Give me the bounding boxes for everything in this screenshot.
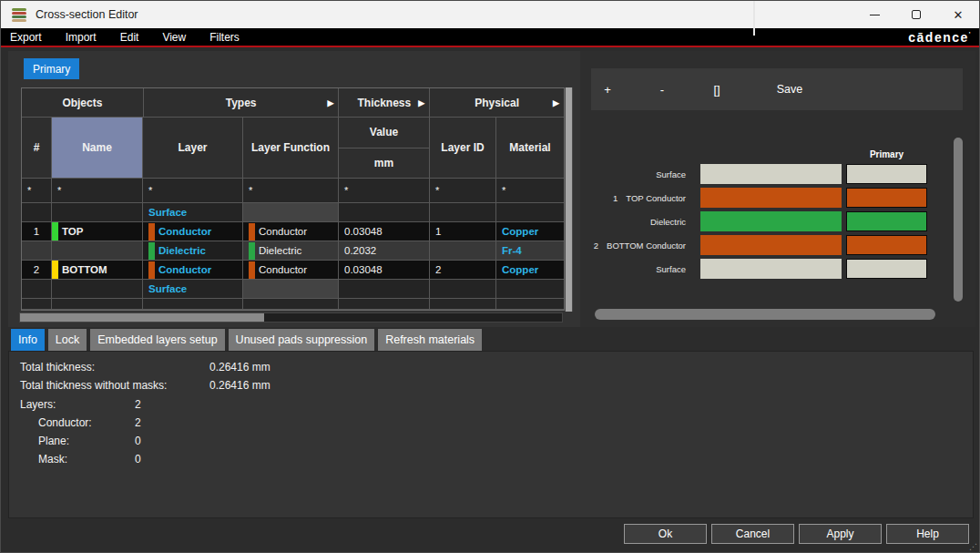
primary-bar-bottom-conductor[interactable] xyxy=(846,235,927,255)
cell-value[interactable]: 0.2032 xyxy=(339,241,430,261)
filter-layer-id[interactable]: * xyxy=(430,179,496,203)
remove-layer-button[interactable]: - xyxy=(648,68,676,110)
cancel-button[interactable]: Cancel xyxy=(711,524,794,544)
cell-value[interactable] xyxy=(339,203,430,222)
table-vertical-scrollbar[interactable] xyxy=(565,87,573,312)
cell-layer-function[interactable]: Conductor xyxy=(243,261,339,280)
apply-button[interactable]: Apply xyxy=(799,524,882,544)
tab-primary[interactable]: Primary xyxy=(24,58,79,79)
cell-name[interactable] xyxy=(52,280,143,299)
cell-value[interactable]: 0.03048 xyxy=(339,261,430,280)
menu-filters[interactable]: Filters xyxy=(198,28,251,46)
table-horizontal-scrollbar[interactable] xyxy=(19,312,563,323)
cell-layer[interactable]: Surface xyxy=(143,203,243,222)
cell-layer[interactable]: Conductor xyxy=(143,261,243,280)
preview-bar-surface-bottom[interactable] xyxy=(700,259,842,279)
primary-bar-surface-bottom[interactable] xyxy=(846,259,927,279)
tab-embedded-layers-setup[interactable]: Embedded layers setup xyxy=(90,329,224,351)
minimize-button[interactable] xyxy=(853,1,895,28)
col-header-name[interactable]: Name xyxy=(52,118,143,179)
cell-material[interactable] xyxy=(496,203,564,222)
select-button[interactable]: [] xyxy=(703,68,730,110)
cell-layer-id[interactable]: 2 xyxy=(430,261,496,280)
total-thickness-wo-masks-label: Total thickness without masks: xyxy=(20,379,209,392)
layers-value: 2 xyxy=(135,398,141,411)
preview-bar-top-conductor[interactable] xyxy=(700,188,842,208)
plane-count-value: 0 xyxy=(135,435,141,447)
maximize-button[interactable] xyxy=(895,1,937,28)
tab-unused-pads-suppression[interactable]: Unused pads suppression xyxy=(229,329,375,351)
cell-name[interactable]: BOTTOM xyxy=(52,261,143,280)
cell-num[interactable] xyxy=(22,203,52,222)
group-header-objects[interactable]: Objects xyxy=(22,88,144,118)
cell-layer-id[interactable] xyxy=(430,203,496,222)
cell-name[interactable]: TOP xyxy=(52,222,143,241)
col-header-layer-function[interactable]: Layer Function xyxy=(243,118,339,179)
cell-num[interactable] xyxy=(22,241,52,261)
primary-bar-dielectric[interactable] xyxy=(846,211,927,231)
group-header-types[interactable]: Types▶ xyxy=(144,88,340,118)
primary-bar-surface-top[interactable] xyxy=(846,164,927,184)
cell-layer[interactable]: Surface xyxy=(143,280,243,299)
cross-section-table: Objects Types▶ Thickness▶ Physical▶ # Na… xyxy=(21,87,565,311)
save-button[interactable]: Save xyxy=(766,68,813,110)
primary-bar-top-conductor[interactable] xyxy=(846,188,927,208)
menu-edit[interactable]: Edit xyxy=(108,28,151,46)
filter-material[interactable]: * xyxy=(496,179,564,203)
cell-layer-function[interactable] xyxy=(243,280,339,299)
filter-layer[interactable]: * xyxy=(143,179,243,203)
tab-refresh-materials[interactable]: Refresh materials xyxy=(378,329,482,351)
close-button[interactable]: ✕ xyxy=(937,1,979,28)
cell-layer[interactable]: Dielectric xyxy=(143,241,243,261)
col-header-layer-id[interactable]: Layer ID xyxy=(430,118,496,179)
preview-horizontal-scrollbar[interactable] xyxy=(595,309,935,320)
cell-value[interactable]: 0.03048 xyxy=(339,222,430,241)
expand-arrow-icon[interactable]: ▶ xyxy=(418,98,424,108)
cell-material[interactable]: Fr-4 xyxy=(496,241,564,261)
cell-layer-id[interactable]: 1 xyxy=(430,222,496,241)
close-icon: ✕ xyxy=(954,9,964,21)
filter-value[interactable]: * xyxy=(339,179,430,203)
cell-layer-function[interactable] xyxy=(243,203,339,222)
ok-button[interactable]: Ok xyxy=(624,524,707,544)
tab-lock[interactable]: Lock xyxy=(48,329,87,351)
col-header-value[interactable]: Value mm xyxy=(339,118,430,179)
cell-num[interactable]: 2 xyxy=(22,261,52,280)
scrollbar-thumb[interactable] xyxy=(20,313,264,322)
filter-num[interactable]: * xyxy=(22,179,52,203)
col-header-layer[interactable]: Layer xyxy=(143,118,243,179)
help-button[interactable]: Help xyxy=(886,524,969,544)
col-header-num[interactable]: # xyxy=(22,118,52,179)
menu-view[interactable]: View xyxy=(150,28,198,46)
col-header-material[interactable]: Material xyxy=(496,118,564,179)
filter-layer-function[interactable]: * xyxy=(243,179,339,203)
cell-num[interactable]: 1 xyxy=(22,222,52,241)
preview-bar-dielectric[interactable] xyxy=(700,211,842,231)
group-header-thickness[interactable]: Thickness▶ xyxy=(339,88,430,118)
preview-bar-bottom-conductor[interactable] xyxy=(700,235,842,255)
group-header-physical[interactable]: Physical▶ xyxy=(430,88,564,118)
cell-material[interactable]: Copper xyxy=(496,222,564,241)
filter-name[interactable]: * xyxy=(52,179,143,203)
preview-bar-surface-top[interactable] xyxy=(700,164,842,184)
cell-layer-id[interactable] xyxy=(430,280,496,299)
expand-arrow-icon[interactable]: ▶ xyxy=(328,98,334,108)
cell-name[interactable] xyxy=(52,241,143,261)
cell-layer-id[interactable] xyxy=(430,241,496,261)
cell-layer[interactable]: Conductor xyxy=(143,222,243,241)
cell-layer-function[interactable]: Dielectric xyxy=(243,241,339,261)
layer-color-chip xyxy=(148,261,155,279)
cell-value[interactable] xyxy=(339,280,430,299)
preview-vertical-scrollbar[interactable] xyxy=(954,138,963,302)
cell-material[interactable]: Copper xyxy=(496,261,564,280)
add-layer-button[interactable]: + xyxy=(594,68,621,110)
tab-info[interactable]: Info xyxy=(11,329,45,351)
menu-export[interactable]: Export xyxy=(1,28,54,46)
menu-import[interactable]: Import xyxy=(54,28,108,46)
cell-material[interactable] xyxy=(496,280,564,299)
cell-layer-function[interactable]: Conductor xyxy=(243,222,339,241)
resize-grip-icon[interactable]: ⋰ xyxy=(969,543,977,551)
expand-arrow-icon[interactable]: ▶ xyxy=(553,98,559,108)
cell-num[interactable] xyxy=(22,280,52,299)
cell-name[interactable] xyxy=(52,203,143,222)
